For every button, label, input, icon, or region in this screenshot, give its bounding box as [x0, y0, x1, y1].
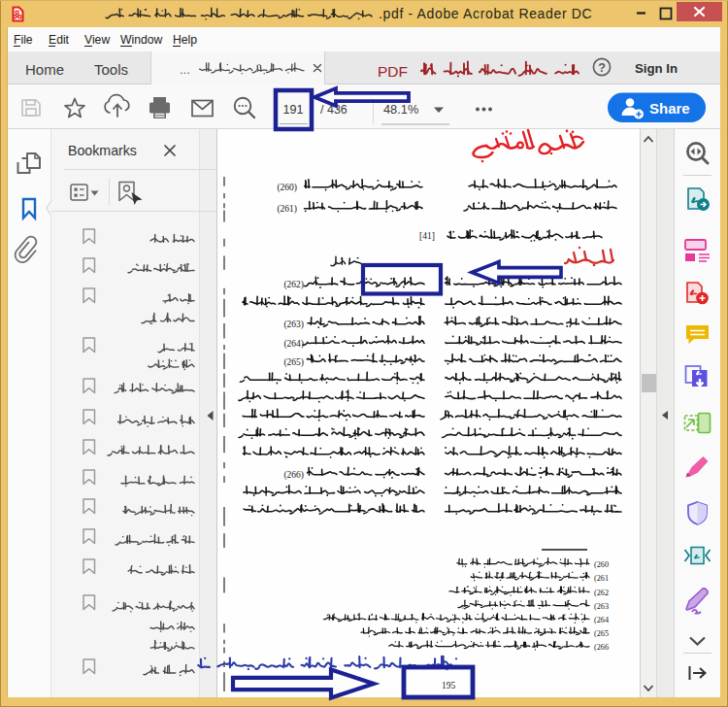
svg-text:195: 195 — [442, 681, 456, 690]
svg-text:Sign In: Sign In — [635, 61, 678, 76]
svg-text:Share: Share — [649, 100, 690, 117]
svg-text:PDF: PDF — [378, 63, 408, 80]
svg-text:[41]: [41] — [419, 231, 435, 241]
svg-text:Bookmarks: Bookmarks — [68, 143, 137, 158]
svg-text:(266: (266 — [594, 643, 609, 652]
svg-text:(260): (260) — [277, 183, 297, 193]
svg-text:(265): (265) — [283, 357, 304, 368]
svg-text:48.1%: 48.1% — [383, 102, 418, 117]
svg-text:Tools: Tools — [94, 61, 128, 78]
svg-text:Window: Window — [120, 33, 163, 47]
svg-text:View: View — [84, 33, 110, 47]
svg-text:(263): (263) — [283, 320, 304, 330]
svg-text:(261: (261 — [594, 574, 609, 583]
svg-text:.pdf - Adobe Acrobat Reader DC: .pdf - Adobe Acrobat Reader DC — [379, 6, 592, 21]
svg-text:(265: (265 — [594, 629, 609, 638]
svg-text:(263: (263 — [594, 602, 609, 611]
svg-text:...: ... — [180, 62, 190, 77]
svg-text:(262: (262 — [594, 589, 609, 597]
svg-text:File: File — [14, 33, 33, 47]
svg-text:(266): (266) — [283, 470, 304, 481]
svg-text:(264: (264 — [594, 616, 609, 624]
svg-text:(264): (264) — [283, 339, 304, 350]
svg-text:(260: (260 — [594, 560, 609, 569]
svg-text:(262): (262) — [283, 280, 304, 290]
svg-text:Help: Help — [173, 33, 197, 47]
svg-text:Home: Home — [25, 61, 64, 78]
svg-text:191: 191 — [283, 103, 304, 117]
svg-text:?: ? — [598, 61, 606, 75]
svg-text:Edit: Edit — [49, 33, 70, 47]
svg-text:(261): (261) — [277, 204, 297, 215]
